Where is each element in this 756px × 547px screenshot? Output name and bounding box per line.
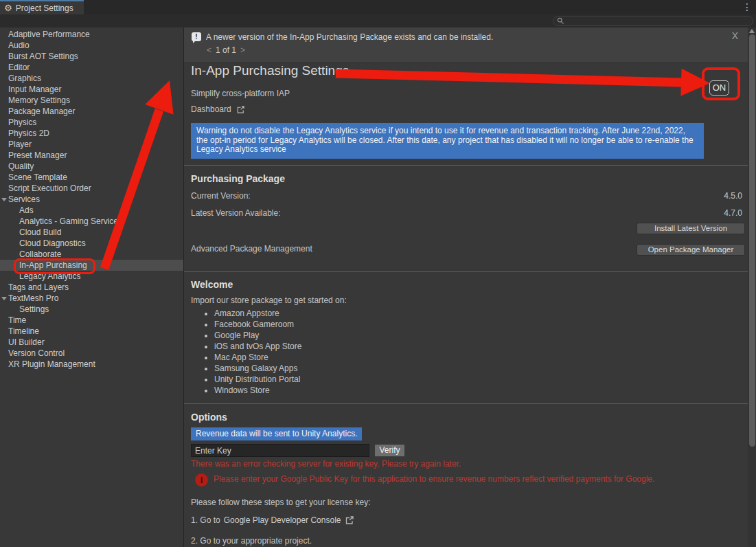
close-icon[interactable]: X (732, 30, 738, 41)
scroll-up-icon[interactable] (749, 29, 755, 33)
google-key-notice: Please enter your Google Public Key for … (214, 474, 735, 484)
sidebar-item-tags-and-layers[interactable]: Tags and Layers (0, 282, 183, 293)
settings-sidebar: Adaptive Performance Audio Burst AOT Set… (0, 27, 183, 547)
sidebar-item-graphics[interactable]: Graphics (0, 73, 183, 84)
pager-prev-button[interactable]: < (207, 45, 211, 55)
sidebar-item-input-manager[interactable]: Input Manager (0, 84, 183, 95)
options-heading: Options (191, 412, 227, 423)
list-item: Google Play (214, 330, 301, 341)
sidebar-item-package-manager[interactable]: Package Manager (0, 106, 183, 117)
sidebar-item-xr-plugin-management[interactable]: XR Plugin Management (0, 359, 183, 370)
welcome-heading: Welcome (191, 279, 233, 290)
notification-bubble-icon: ! (192, 32, 201, 41)
open-package-manager-button[interactable]: Open Package Manager (637, 244, 745, 256)
sidebar-item-ui-builder[interactable]: UI Builder (0, 337, 183, 348)
sidebar-item-in-app-purchasing[interactable]: In-App Purchasing (0, 260, 183, 271)
notification-message: A newer version of the In-App Purchasing… (206, 32, 493, 42)
info-icon: i (195, 473, 208, 487)
sidebar-item-player[interactable]: Player (0, 139, 183, 150)
section-divider (184, 403, 748, 404)
latest-version-label: Latest Version Available: (191, 208, 281, 218)
sidebar-item-preset-manager[interactable]: Preset Manager (0, 150, 183, 161)
list-item: Mac App Store (214, 352, 301, 363)
sidebar-item-collaborate[interactable]: Collaborate (0, 249, 183, 260)
sidebar-item-physics[interactable]: Physics (0, 117, 183, 128)
sidebar-item-editor[interactable]: Editor (0, 62, 183, 73)
gear-icon: ⚙ (4, 3, 12, 12)
sidebar-item-cloud-build[interactable]: Cloud Build (0, 227, 183, 238)
sidebar-item-script-execution-order[interactable]: Script Execution Order (0, 183, 183, 194)
external-link-icon (236, 105, 245, 114)
sidebar-item-memory-settings[interactable]: Memory Settings (0, 95, 183, 106)
main-panel: ! A newer version of the In-App Purchasi… (183, 27, 748, 547)
analytics-note-chip: Revenue data will be sent to Unity Analy… (191, 427, 362, 440)
sidebar-item-audio[interactable]: Audio (0, 40, 183, 51)
welcome-intro: Import our store package to get started … (191, 295, 347, 305)
sidebar-item-time[interactable]: Time (0, 315, 183, 326)
key-input[interactable] (191, 444, 369, 457)
step-2: 2. Go to your appropriate project. (191, 536, 312, 546)
dashboard-link[interactable]: Dashboard (191, 104, 245, 114)
section-divider (184, 271, 748, 272)
sidebar-item-scene-template[interactable]: Scene Template (0, 172, 183, 183)
sidebar-item-version-control[interactable]: Version Control (0, 348, 183, 359)
notification-bar: ! A newer version of the In-App Purchasi… (184, 27, 748, 63)
sidebar-item-textmesh-pro[interactable]: TextMesh Pro (0, 293, 183, 304)
sidebar-item-ads[interactable]: Ads (0, 205, 183, 216)
tagline: Simplify cross-platform IAP (191, 89, 290, 98)
current-version-row: Current Version: 4.5.0 (191, 191, 742, 201)
page-title: In-App Purchasing Settings (191, 63, 349, 78)
sidebar-item-physics-2d[interactable]: Physics 2D (0, 128, 183, 139)
google-play-console-link[interactable]: Google Play Developer Console (224, 515, 355, 525)
project-settings-window: ⚙ Project Settings ⋮ Adaptive Performanc… (0, 0, 756, 547)
tab-title: Project Settings (16, 3, 73, 13)
legacy-analytics-warning: Warning do not disable the Legacy Analyt… (191, 123, 704, 159)
store-list: Amazon Appstore Facebook Gameroom Google… (214, 308, 301, 396)
latest-version-value: 4.7.0 (724, 208, 742, 218)
sidebar-item-adaptive-performance[interactable]: Adaptive Performance (0, 29, 183, 40)
list-item: Windows Store (214, 385, 301, 396)
sidebar-item-cloud-diagnostics[interactable]: Cloud Diagnostics (0, 238, 183, 249)
pager-label: 1 of 1 (216, 45, 236, 55)
steps-intro: Please follow these steps to get your li… (191, 498, 370, 507)
sidebar-item-analytics-gaming-services[interactable]: Analytics - Gaming Services (0, 216, 183, 227)
toolbar (0, 14, 756, 27)
section-divider (184, 165, 748, 166)
verify-button[interactable]: Verify (374, 444, 405, 457)
search-input[interactable] (567, 17, 739, 25)
latest-version-row: Latest Version Available: 4.7.0 (191, 208, 742, 218)
list-item: Unity Distribution Portal (214, 374, 301, 385)
sidebar-item-textmesh-settings[interactable]: Settings (0, 304, 183, 315)
kebab-menu-icon[interactable]: ⋮ (742, 1, 752, 12)
tab-project-settings[interactable]: ⚙ Project Settings (0, 0, 84, 14)
sidebar-item-services[interactable]: Services (0, 194, 183, 205)
list-item: Amazon Appstore (214, 308, 301, 319)
iap-on-toggle[interactable]: ON (709, 80, 729, 96)
foldout-expanded-icon[interactable] (1, 297, 7, 300)
scrollbar-thumb[interactable] (749, 34, 755, 447)
sidebar-item-legacy-analytics[interactable]: Legacy Analytics (0, 271, 183, 282)
sidebar-item-quality[interactable]: Quality (0, 161, 183, 172)
step-1: 1. Go to Google Play Developer Console (191, 515, 354, 525)
search-icon (557, 17, 564, 25)
sidebar-item-burst-aot-settings[interactable]: Burst AOT Settings (0, 51, 183, 62)
list-item: Facebook Gameroom (214, 319, 301, 330)
tab-bar: ⚙ Project Settings ⋮ (0, 0, 756, 14)
pager-next-button[interactable]: > (240, 45, 245, 55)
purchasing-package-heading: Purchasing Package (191, 173, 285, 184)
external-link-icon (345, 515, 354, 525)
install-latest-version-button[interactable]: Install Latest Version (637, 223, 745, 234)
foldout-expanded-icon[interactable] (1, 198, 7, 201)
sidebar-item-timeline[interactable]: Timeline (0, 326, 183, 337)
step-1-prefix: 1. Go to (191, 515, 220, 525)
current-version-value: 4.5.0 (724, 191, 742, 201)
vertical-scrollbar[interactable] (748, 27, 756, 547)
current-version-label: Current Version: (191, 191, 251, 201)
search-box[interactable] (553, 16, 753, 26)
notification-pager: < 1 of 1 > (207, 45, 245, 55)
list-item: Samsung Galaxy Apps (214, 363, 301, 374)
list-item: iOS and tvOs App Store (214, 341, 301, 352)
server-error-text: There was an error checking server for e… (191, 459, 461, 469)
